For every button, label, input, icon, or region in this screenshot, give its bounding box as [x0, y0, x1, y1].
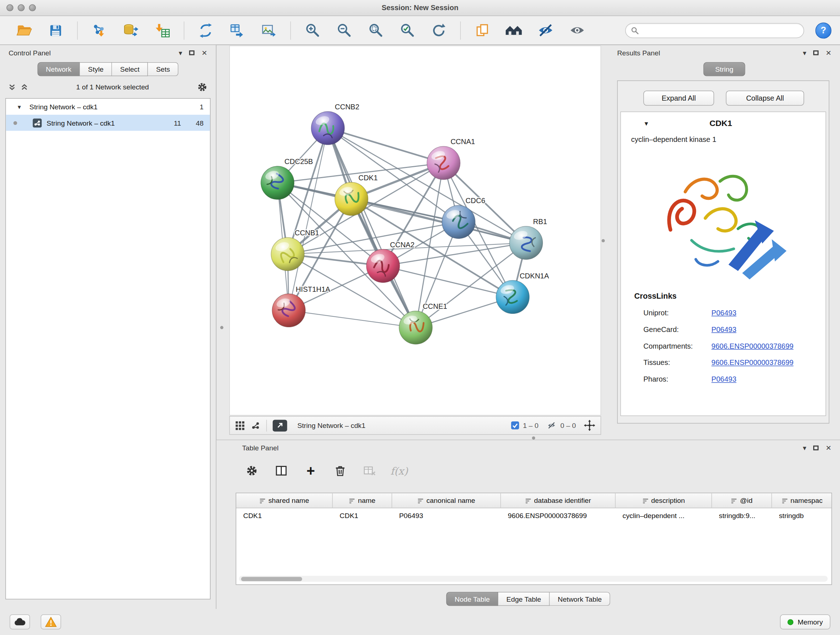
tab-network-table[interactable]: Network Table — [550, 592, 611, 606]
column-header-description[interactable]: description — [616, 493, 712, 508]
function-builder-button[interactable]: f(x) — [392, 463, 407, 478]
zoom-in-button[interactable] — [302, 20, 322, 41]
collapse-all-button[interactable]: Collapse All — [726, 90, 804, 105]
zoom-selected-button[interactable] — [397, 20, 417, 41]
crosslink-link[interactable]: P06493 — [712, 375, 737, 383]
table-cell[interactable]: stringdb — [772, 508, 832, 523]
network-row-selected[interactable]: String Network – cdk1 11 48 — [6, 115, 210, 131]
window-minimize-button[interactable] — [18, 4, 25, 11]
table-cell[interactable]: stringdb:9... — [712, 508, 772, 523]
network-node-HIST1H1A[interactable]: HIST1H1A — [272, 285, 330, 327]
new-network-from-selection-button[interactable] — [227, 20, 248, 41]
tab-network[interactable]: Network — [37, 62, 80, 76]
column-header-database-identifier[interactable]: database identifier — [501, 493, 616, 508]
copy-button[interactable] — [472, 20, 493, 41]
show-all-button[interactable] — [567, 20, 587, 41]
network-node-CDC25B[interactable]: CDC25B — [261, 157, 313, 200]
panel-close-icon[interactable]: ✕ — [826, 49, 831, 56]
birdseye-grid-icon[interactable] — [235, 421, 245, 431]
collapse-section-icon[interactable]: ▼ — [644, 120, 649, 127]
panel-close-icon[interactable]: ✕ — [826, 444, 831, 451]
splitter-handle[interactable] — [220, 326, 224, 329]
column-header--id[interactable]: @id — [712, 493, 772, 508]
crosslink-link[interactable]: P06493 — [712, 325, 737, 333]
scrollbar-thumb[interactable] — [241, 577, 302, 581]
table-cell[interactable]: cyclin–dependent ... — [616, 508, 712, 523]
splitter-handle[interactable] — [602, 239, 605, 242]
expand-all-button[interactable]: Expand All — [644, 90, 714, 105]
import-table-from-file-button[interactable] — [152, 20, 172, 41]
panel-menu-icon[interactable]: ▾ — [179, 49, 182, 56]
gear-icon[interactable] — [197, 82, 207, 92]
panel-float-icon[interactable] — [813, 445, 819, 450]
network-edge[interactable] — [351, 199, 526, 242]
tab-select[interactable]: Select — [112, 62, 148, 76]
memory-button[interactable]: Memory — [780, 614, 830, 629]
network-graph[interactable]: CCNB2CCNA1CDC25BCDK1CDC6RB1CCNB1CCNA2CDK… — [230, 46, 600, 415]
splitter-handle[interactable] — [532, 436, 535, 440]
table-cell[interactable]: CDK1 — [236, 508, 333, 523]
table-cell[interactable]: 9606.ENSP00000378699 — [501, 508, 616, 523]
table-settings-button[interactable] — [244, 463, 259, 478]
export-image-button[interactable] — [259, 20, 279, 41]
search-box[interactable] — [625, 23, 804, 38]
tab-sets[interactable]: Sets — [148, 62, 178, 76]
table-cell[interactable]: CDK1 — [333, 508, 392, 523]
show-columns-button[interactable] — [274, 463, 289, 478]
zoom-fit-button[interactable] — [365, 20, 386, 41]
cloud-button[interactable] — [10, 614, 30, 629]
hidden-eye-slash-icon[interactable] — [546, 421, 557, 429]
warnings-button[interactable] — [41, 614, 61, 629]
network-node-CCNA1[interactable]: CCNA1 — [427, 138, 475, 180]
search-input[interactable] — [642, 27, 798, 35]
network-node-CDK1[interactable]: CDK1 — [335, 174, 378, 216]
network-edge[interactable] — [289, 128, 328, 310]
table-cell[interactable]: P06493 — [392, 508, 501, 523]
network-edge[interactable] — [328, 128, 416, 328]
help-button[interactable]: ? — [815, 22, 831, 38]
refresh-button[interactable] — [429, 20, 449, 41]
share-network-icon[interactable] — [251, 421, 261, 431]
collapse-all-chevron-icon[interactable] — [9, 83, 16, 90]
panel-float-icon[interactable] — [813, 50, 819, 55]
crosslink-link[interactable]: 9606.ENSP00000378699 — [712, 342, 794, 350]
tab-node-table[interactable]: Node Table — [446, 592, 498, 606]
add-column-button[interactable]: + — [303, 463, 318, 478]
network-edge[interactable] — [328, 128, 444, 163]
tab-string[interactable]: String — [703, 62, 745, 76]
expand-all-chevron-icon[interactable] — [21, 83, 28, 90]
column-header-shared-name[interactable]: shared name — [236, 493, 333, 508]
open-session-button[interactable] — [14, 20, 34, 41]
network-edge[interactable] — [289, 310, 416, 327]
panel-float-icon[interactable] — [189, 50, 195, 55]
window-close-button[interactable] — [6, 4, 13, 11]
crosslink-link[interactable]: 9606.ENSP00000378699 — [712, 359, 794, 367]
horizontal-scrollbar[interactable] — [239, 576, 827, 581]
panel-menu-icon[interactable]: ▾ — [803, 444, 806, 451]
column-header-canonical-name[interactable]: canonical name — [392, 493, 501, 508]
column-header-name[interactable]: name — [333, 493, 392, 508]
home-button[interactable] — [504, 20, 524, 41]
network-collection-row[interactable]: ▼ String Network – cdk1 1 — [6, 98, 210, 114]
tab-edge-table[interactable]: Edge Table — [499, 592, 550, 606]
network-node-RB1[interactable]: RB1 — [509, 218, 547, 260]
window-zoom-button[interactable] — [29, 4, 36, 11]
network-tools-button[interactable] — [196, 20, 216, 41]
delete-table-button[interactable] — [362, 463, 377, 478]
panel-close-icon[interactable]: ✕ — [202, 49, 207, 56]
table-row[interactable]: CDK1CDK1P064939606.ENSP00000378699cyclin… — [236, 508, 831, 523]
network-canvas[interactable]: CCNB2CCNA1CDC25BCDK1CDC6RB1CCNB1CCNA2CDK… — [229, 46, 601, 416]
delete-column-button[interactable] — [333, 463, 347, 478]
import-network-from-database-button[interactable] — [120, 20, 141, 41]
tree-expand-icon[interactable]: ▼ — [17, 104, 22, 110]
network-node-CCNB2[interactable]: CCNB2 — [311, 103, 359, 145]
pan-crosshair-icon[interactable] — [584, 420, 595, 431]
save-session-button[interactable] — [46, 20, 66, 41]
zoom-out-button[interactable] — [334, 20, 354, 41]
import-network-from-file-button[interactable] — [89, 20, 109, 41]
network-node-CDKN1A[interactable]: CDKN1A — [496, 272, 549, 314]
panel-menu-icon[interactable]: ▾ — [803, 49, 806, 56]
selected-checkbox-icon[interactable] — [511, 421, 519, 429]
column-header-namespac[interactable]: namespac — [772, 493, 832, 508]
hide-selected-button[interactable] — [535, 20, 555, 41]
